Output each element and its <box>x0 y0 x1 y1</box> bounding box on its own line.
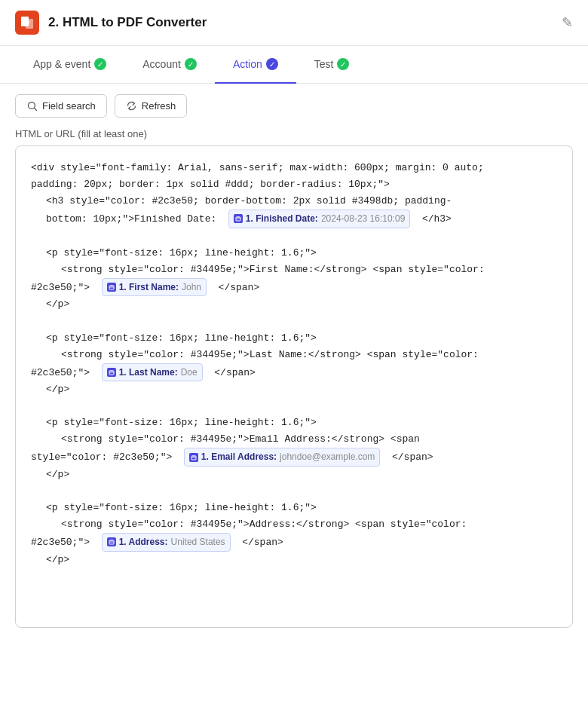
code-line-4: bottom: 10px;">Finished Date: 1. Finishe… <box>46 210 557 228</box>
tab-test-check: ✓ <box>337 58 349 70</box>
svg-rect-21 <box>109 540 114 544</box>
tab-test-label: Test <box>314 58 334 70</box>
code-line-6: <strong style="color: #34495e;">First Na… <box>61 262 557 278</box>
code-line-15: style="color: #2c3e50;"> 1. Email Addres… <box>31 448 557 466</box>
code-line-5: <p style="font-size: 16px; line-height: … <box>46 245 557 262</box>
toolbar: Field search Refresh <box>0 84 588 128</box>
tab-account[interactable]: Account ✓ <box>124 46 215 84</box>
token-last-name-value: Doe <box>181 365 198 380</box>
token-first-name-name: 1. First Name: <box>119 280 179 295</box>
svg-rect-17 <box>191 456 196 460</box>
token-address-icon <box>107 537 116 546</box>
code-line-18: <strong style="color: #34495e;">Address:… <box>61 516 557 533</box>
token-email-value: johndoe@example.com <box>280 449 375 464</box>
token-last-name[interactable]: 1. Last Name: Doe <box>102 363 203 381</box>
search-icon <box>26 100 38 112</box>
token-address[interactable]: 1. Address: United States <box>102 533 231 551</box>
token-last-name-icon <box>107 368 116 377</box>
token-first-name-icon <box>107 283 116 292</box>
header: PDF 2. HTML to PDF Converter ✎ <box>0 0 588 46</box>
svg-line-4 <box>34 108 36 110</box>
token-email-icon <box>189 453 198 462</box>
tab-app-event[interactable]: App & event ✓ <box>15 46 124 84</box>
code-line-2: padding: 20px; border: 1px solid #ddd; b… <box>31 176 557 193</box>
refresh-label: Refresh <box>142 100 176 112</box>
token-address-name: 1. Address: <box>119 534 168 549</box>
code-line-8: </p> <box>46 296 557 313</box>
code-line-12: </p> <box>46 381 557 398</box>
token-last-name-name: 1. Last Name: <box>119 365 178 380</box>
field-search-button[interactable]: Field search <box>15 94 107 118</box>
token-finished-date[interactable]: 1. Finished Date: 2024-08-23 16:10:09 <box>228 210 410 228</box>
token-email-address[interactable]: 1. Email Address: johndoe@example.com <box>184 448 381 466</box>
code-line-13: <p style="font-size: 16px; line-height: … <box>46 415 557 431</box>
code-line-1: <div style="font-family: Arial, sans-ser… <box>31 160 557 176</box>
token-finished-date-icon <box>234 214 243 223</box>
edit-icon[interactable]: ✎ <box>562 14 573 31</box>
tab-bar: App & event ✓ Account ✓ Action ✓ Test ✓ <box>0 46 588 84</box>
token-finished-date-value: 2024-08-23 16:10:09 <box>321 211 405 226</box>
tab-action-label: Action <box>233 58 262 70</box>
refresh-icon <box>126 100 137 112</box>
code-line-7: #2c3e50;"> 1. First Name: John </span> <box>31 278 557 296</box>
section-sub-label: (fill at least one) <box>78 128 147 139</box>
code-line-16: </p> <box>46 467 557 483</box>
refresh-button[interactable]: Refresh <box>115 94 188 118</box>
code-line-9: <p style="font-size: 16px; line-height: … <box>46 330 557 347</box>
tab-account-check: ✓ <box>185 58 197 70</box>
svg-point-3 <box>29 103 35 109</box>
code-line-14: <strong style="color: #34495e;">Email Ad… <box>61 431 557 448</box>
code-editor[interactable]: <div style="font-family: Arial, sans-ser… <box>15 145 573 628</box>
token-email-name: 1. Email Address: <box>201 449 277 464</box>
code-line-19: #2c3e50;"> 1. Address: United States </s… <box>31 533 557 551</box>
token-first-name-value: John <box>182 280 201 295</box>
token-address-value: United States <box>171 534 225 549</box>
tab-test[interactable]: Test ✓ <box>296 46 368 84</box>
tab-action-check: ✓ <box>266 58 278 70</box>
page-title: 2. HTML to PDF Converter <box>48 15 553 30</box>
svg-rect-5 <box>236 217 240 221</box>
tab-action[interactable]: Action ✓ <box>215 46 296 84</box>
code-line-3: <h3 style="color: #2c3e50; border-bottom… <box>46 193 557 210</box>
tab-app-event-check: ✓ <box>94 58 106 70</box>
code-line-10: <strong style="color: #34495e;">Last Nam… <box>61 347 557 363</box>
tab-account-label: Account <box>142 58 181 70</box>
svg-text:PDF: PDF <box>23 20 30 25</box>
logo-icon: PDF <box>15 11 39 35</box>
section-main-label: HTML or URL <box>15 128 75 139</box>
field-search-label: Field search <box>42 100 96 112</box>
svg-rect-13 <box>109 371 114 375</box>
svg-rect-9 <box>109 286 114 289</box>
token-first-name[interactable]: 1. First Name: John <box>102 278 207 296</box>
token-finished-date-name: 1. Finished Date: <box>246 211 318 226</box>
section-label: HTML or URL (fill at least one) <box>0 128 588 145</box>
code-line-11: #2c3e50;"> 1. Last Name: Doe </span> <box>31 363 557 381</box>
tab-app-event-label: App & event <box>33 58 90 70</box>
code-line-17: <p style="font-size: 16px; line-height: … <box>46 500 557 516</box>
code-line-20: </p> <box>46 552 557 568</box>
